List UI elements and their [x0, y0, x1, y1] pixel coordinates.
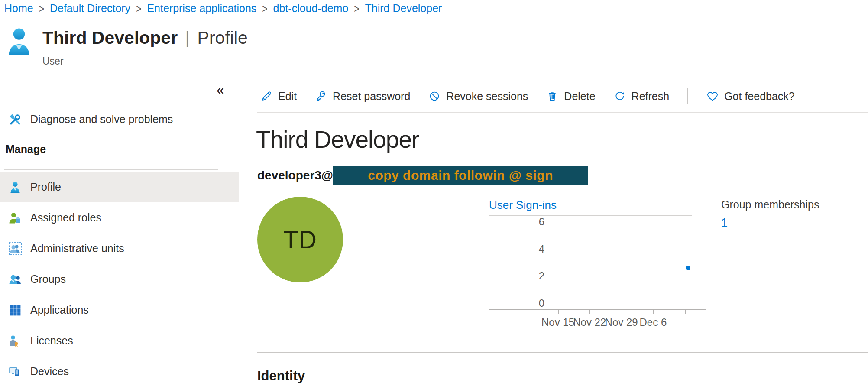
- breadcrumb-default-directory[interactable]: Default Directory: [50, 2, 130, 15]
- groups-icon: [9, 273, 22, 286]
- toolbar-button-label: Got feedback?: [724, 90, 795, 103]
- page-title-name: Third Developer: [42, 28, 178, 48]
- y-axis-tick-label: 0: [530, 297, 544, 310]
- refresh-icon: [614, 90, 626, 102]
- azure-user-profile-page: Home > Default Directory > Enterprise ap…: [0, 0, 868, 383]
- revoke-sessions-button[interactable]: Revoke sessions: [428, 90, 528, 103]
- user-avatar-icon: [8, 27, 30, 56]
- y-axis-tick-label: 2: [530, 269, 544, 282]
- sign-ins-data-point: [686, 266, 690, 270]
- sidebar-item-label: Assigned roles: [30, 211, 101, 224]
- breadcrumb-home[interactable]: Home: [4, 2, 33, 15]
- x-axis-tick: [622, 310, 622, 314]
- page-header: Third Developer | Profile User: [8, 27, 248, 67]
- sidebar-item-applications[interactable]: Applications: [0, 295, 239, 325]
- page-title-pipe: |: [183, 28, 193, 48]
- sidebar-item-label: Applications: [30, 304, 89, 316]
- person-icon: [9, 181, 22, 194]
- toolbar-button-label: Reset password: [333, 90, 410, 103]
- sidebar-item-label: Groups: [30, 273, 66, 286]
- breadcrumb-dbt-cloud-demo[interactable]: dbt-cloud-demo: [273, 2, 349, 15]
- chart-title-underline: [489, 215, 692, 216]
- avatar: TD: [257, 197, 343, 282]
- toolbar-button-label: Delete: [564, 90, 595, 103]
- breadcrumb-separator: >: [136, 2, 141, 15]
- toolbar-button-label: Revoke sessions: [446, 90, 528, 103]
- admin-units-icon: [9, 242, 22, 255]
- sidebar-item-assigned-roles[interactable]: Assigned roles: [0, 202, 239, 233]
- sidebar-item-administrative-units[interactable]: Administrative units: [0, 233, 239, 264]
- group-memberships-label: Group memberships: [721, 198, 819, 211]
- breadcrumb-separator: >: [262, 2, 267, 15]
- page-title-blade: Profile: [198, 28, 248, 48]
- redaction-note: copy domain followin @ sign: [368, 168, 553, 183]
- refresh-button[interactable]: Refresh: [614, 90, 670, 103]
- sidebar-item-devices[interactable]: Devices: [0, 356, 239, 383]
- avatar-initials: TD: [283, 225, 317, 254]
- redaction-overlay: copy domain followin @ sign: [333, 166, 588, 185]
- sidebar-collapse-button[interactable]: «: [217, 82, 223, 98]
- x-axis-tick: [589, 310, 590, 314]
- breadcrumb-enterprise-applications[interactable]: Enterprise applications: [147, 2, 256, 15]
- breadcrumb: Home > Default Directory > Enterprise ap…: [4, 2, 442, 15]
- x-axis-tick-label: Dec 6: [627, 316, 679, 328]
- sidebar-item-label: Profile: [30, 181, 61, 193]
- reset-password-button[interactable]: Reset password: [315, 90, 410, 103]
- group-memberships: Group memberships 1: [721, 198, 819, 230]
- breadcrumb-third-developer[interactable]: Third Developer: [365, 2, 442, 15]
- sidebar-item-label: Diagnose and solve problems: [30, 113, 173, 126]
- user-principal-name: developer3@ copy domain followin @ sign: [257, 166, 588, 185]
- devices-icon: [9, 365, 22, 378]
- x-axis-tick: [685, 310, 686, 314]
- toolbar-divider: [257, 112, 868, 113]
- sidebar-item-groups[interactable]: Groups: [0, 264, 239, 295]
- delete-button[interactable]: Delete: [546, 90, 595, 103]
- heart-icon: [706, 90, 719, 102]
- page-title: Third Developer | Profile User: [42, 27, 248, 67]
- user-sign-ins-chart: User Sign-ins 6420 Nov 15Nov 22Nov 29Dec…: [489, 198, 708, 336]
- block-icon: [428, 90, 440, 102]
- y-axis-tick-label: 4: [530, 243, 544, 256]
- sidebar-item-label: Licenses: [30, 334, 73, 347]
- toolbar-button-label: Refresh: [632, 90, 670, 103]
- sidebar-item-licenses[interactable]: Licenses: [0, 325, 239, 356]
- section-divider: [257, 352, 868, 353]
- pencil-icon: [260, 90, 272, 102]
- x-axis-tick: [653, 310, 654, 314]
- sidebar-divider: [4, 169, 218, 170]
- chart-x-axis: [489, 309, 706, 310]
- command-bar: Edit Reset password Revoke sessions Dele…: [260, 85, 795, 107]
- grid-icon: [9, 304, 22, 317]
- got-feedback-button[interactable]: Got feedback?: [706, 90, 795, 103]
- sidebar: « Diagnose and solve problems Manage Pro…: [0, 65, 239, 383]
- identity-section-heading: Identity: [257, 368, 305, 383]
- breadcrumb-separator: >: [354, 2, 359, 15]
- toolbar-button-label: Edit: [278, 90, 297, 103]
- license-icon: [9, 334, 22, 347]
- y-axis-tick-label: 6: [530, 215, 544, 228]
- group-memberships-count-link[interactable]: 1: [721, 216, 819, 230]
- person-cube-icon: [9, 211, 22, 224]
- trash-icon: [546, 90, 558, 102]
- sidebar-section-manage: Manage: [6, 143, 46, 156]
- sidebar-item-diagnose[interactable]: Diagnose and solve problems: [0, 104, 239, 135]
- sidebar-item-label: Devices: [30, 365, 69, 378]
- sidebar-item-label: Administrative units: [30, 242, 124, 255]
- key-icon: [315, 90, 327, 102]
- user-display-name: Third Developer: [256, 126, 419, 153]
- x-axis-tick: [558, 310, 559, 314]
- edit-button[interactable]: Edit: [260, 90, 297, 103]
- sidebar-item-profile[interactable]: Profile: [0, 172, 239, 202]
- tools-icon: [9, 113, 22, 126]
- upn-prefix: developer3@: [257, 169, 333, 182]
- toolbar-separator: [687, 88, 688, 104]
- breadcrumb-separator: >: [39, 2, 44, 15]
- chart-title-link[interactable]: User Sign-ins: [489, 198, 557, 212]
